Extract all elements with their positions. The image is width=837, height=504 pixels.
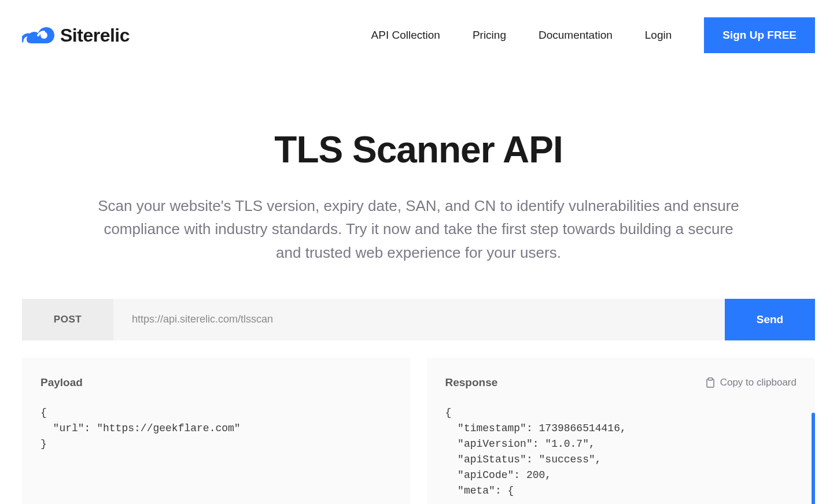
response-panel: Response Copy to clipboard { "timestamp"… xyxy=(427,358,816,504)
nav-documentation[interactable]: Documentation xyxy=(539,29,613,42)
page-title: TLS Scanner API xyxy=(22,128,815,171)
page-subtitle: Scan your website's TLS version, expiry … xyxy=(95,194,743,264)
response-header: Response Copy to clipboard xyxy=(445,376,797,389)
payload-header: Payload xyxy=(40,376,392,389)
payload-panel: Payload { "url": "https://geekflare.com"… xyxy=(22,358,411,504)
panels-container: Payload { "url": "https://geekflare.com"… xyxy=(22,358,815,504)
request-bar: POST https://api.siterelic.com/tlsscan S… xyxy=(22,299,815,340)
logo-icon xyxy=(22,24,54,47)
logo-text: Siterelic xyxy=(60,25,130,46)
site-header: Siterelic API Collection Pricing Documen… xyxy=(0,0,837,71)
nav-api-collection[interactable]: API Collection xyxy=(371,29,440,42)
response-code[interactable]: { "timestamp": 1739866514416, "apiVersio… xyxy=(445,405,797,499)
signup-button[interactable]: Sign Up FREE xyxy=(704,17,815,53)
response-label: Response xyxy=(445,376,498,389)
copy-clipboard-button[interactable]: Copy to clipboard xyxy=(705,377,797,388)
copy-label: Copy to clipboard xyxy=(720,377,797,388)
main-content: TLS Scanner API Scan your website's TLS … xyxy=(0,71,837,504)
send-button[interactable]: Send xyxy=(725,299,815,340)
payload-label: Payload xyxy=(40,376,83,389)
payload-code[interactable]: { "url": "https://geekflare.com" } xyxy=(40,405,392,452)
http-method: POST xyxy=(22,299,113,340)
nav-pricing[interactable]: Pricing xyxy=(473,29,506,42)
request-url: https://api.siterelic.com/tlsscan xyxy=(113,299,725,340)
main-nav: API Collection Pricing Documentation Log… xyxy=(371,17,815,53)
logo[interactable]: Siterelic xyxy=(22,24,130,47)
svg-rect-2 xyxy=(708,378,712,380)
nav-login[interactable]: Login xyxy=(645,29,672,42)
clipboard-icon xyxy=(705,377,714,388)
